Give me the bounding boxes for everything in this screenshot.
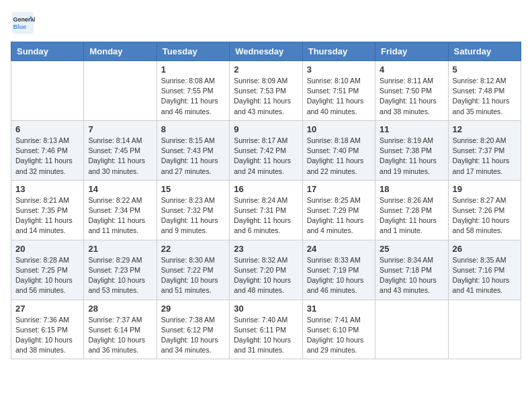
calendar-cell: 7Sunrise: 8:14 AM Sunset: 7:45 PM Daylig… bbox=[84, 120, 157, 180]
calendar-cell: 8Sunrise: 8:15 AM Sunset: 7:43 PM Daylig… bbox=[157, 120, 229, 180]
day-number: 26 bbox=[453, 244, 517, 254]
day-number: 25 bbox=[380, 244, 443, 254]
day-info: Sunrise: 8:34 AM Sunset: 7:18 PM Dayligh… bbox=[380, 255, 443, 296]
day-number: 27 bbox=[15, 304, 79, 314]
calendar-cell bbox=[375, 300, 448, 359]
day-info: Sunrise: 8:24 AM Sunset: 7:31 PM Dayligh… bbox=[234, 195, 298, 236]
day-info: Sunrise: 8:23 AM Sunset: 7:32 PM Dayligh… bbox=[161, 195, 225, 236]
day-info: Sunrise: 8:09 AM Sunset: 7:53 PM Dayligh… bbox=[234, 76, 298, 117]
calendar-body: 1Sunrise: 8:08 AM Sunset: 7:55 PM Daylig… bbox=[11, 61, 521, 359]
day-info: Sunrise: 8:14 AM Sunset: 7:45 PM Dayligh… bbox=[88, 136, 152, 177]
day-number: 14 bbox=[88, 184, 152, 194]
calendar-cell: 1Sunrise: 8:08 AM Sunset: 7:55 PM Daylig… bbox=[157, 61, 229, 121]
day-info: Sunrise: 8:30 AM Sunset: 7:22 PM Dayligh… bbox=[161, 255, 225, 296]
day-info: Sunrise: 8:22 AM Sunset: 7:34 PM Dayligh… bbox=[88, 195, 152, 236]
day-number: 7 bbox=[88, 124, 152, 134]
calendar-cell: 22Sunrise: 8:30 AM Sunset: 7:22 PM Dayli… bbox=[157, 240, 229, 300]
day-info: Sunrise: 8:25 AM Sunset: 7:29 PM Dayligh… bbox=[307, 195, 371, 236]
day-number: 1 bbox=[161, 64, 225, 75]
calendar-cell: 16Sunrise: 8:24 AM Sunset: 7:31 PM Dayli… bbox=[230, 180, 302, 240]
calendar-header-row: SundayMondayTuesdayWednesdayThursdayFrid… bbox=[11, 42, 521, 61]
calendar-cell: 23Sunrise: 8:32 AM Sunset: 7:20 PM Dayli… bbox=[230, 240, 302, 300]
day-info: Sunrise: 8:29 AM Sunset: 7:23 PM Dayligh… bbox=[88, 255, 152, 296]
calendar-cell: 17Sunrise: 8:25 AM Sunset: 7:29 PM Dayli… bbox=[302, 180, 375, 240]
day-info: Sunrise: 8:15 AM Sunset: 7:43 PM Dayligh… bbox=[161, 136, 225, 177]
day-number: 17 bbox=[307, 184, 371, 194]
day-number: 16 bbox=[234, 184, 298, 194]
weekday-header-wednesday: Wednesday bbox=[230, 42, 302, 61]
calendar-cell: 3Sunrise: 8:10 AM Sunset: 7:51 PM Daylig… bbox=[302, 61, 375, 121]
calendar-cell: 20Sunrise: 8:28 AM Sunset: 7:25 PM Dayli… bbox=[11, 240, 84, 300]
day-number: 19 bbox=[453, 184, 517, 194]
day-info: Sunrise: 8:13 AM Sunset: 7:46 PM Dayligh… bbox=[15, 136, 79, 177]
day-info: Sunrise: 8:20 AM Sunset: 7:37 PM Dayligh… bbox=[453, 136, 517, 177]
day-number: 20 bbox=[15, 244, 79, 254]
day-info: Sunrise: 7:40 AM Sunset: 6:11 PM Dayligh… bbox=[234, 315, 298, 356]
day-number: 11 bbox=[380, 124, 443, 134]
calendar-cell: 4Sunrise: 8:11 AM Sunset: 7:50 PM Daylig… bbox=[375, 61, 448, 121]
day-number: 15 bbox=[161, 184, 225, 194]
day-info: Sunrise: 8:26 AM Sunset: 7:28 PM Dayligh… bbox=[380, 195, 443, 236]
day-number: 21 bbox=[88, 244, 152, 254]
logo: General Blue bbox=[11, 11, 39, 35]
calendar-cell: 28Sunrise: 7:37 AM Sunset: 6:14 PM Dayli… bbox=[84, 300, 157, 359]
calendar-cell: 24Sunrise: 8:33 AM Sunset: 7:19 PM Dayli… bbox=[302, 240, 375, 300]
day-number: 8 bbox=[161, 124, 225, 134]
day-info: Sunrise: 7:36 AM Sunset: 6:15 PM Dayligh… bbox=[15, 315, 79, 356]
weekday-header-friday: Friday bbox=[375, 42, 448, 61]
calendar-week-4: 20Sunrise: 8:28 AM Sunset: 7:25 PM Dayli… bbox=[11, 240, 521, 300]
day-number: 28 bbox=[88, 304, 152, 314]
day-info: Sunrise: 8:33 AM Sunset: 7:19 PM Dayligh… bbox=[307, 255, 371, 296]
day-number: 5 bbox=[453, 64, 517, 75]
weekday-header-sunday: Sunday bbox=[11, 42, 84, 61]
day-info: Sunrise: 8:28 AM Sunset: 7:25 PM Dayligh… bbox=[15, 255, 79, 296]
day-info: Sunrise: 8:19 AM Sunset: 7:38 PM Dayligh… bbox=[380, 136, 443, 177]
day-number: 30 bbox=[234, 304, 298, 314]
day-info: Sunrise: 8:17 AM Sunset: 7:42 PM Dayligh… bbox=[234, 136, 298, 177]
calendar-cell: 26Sunrise: 8:35 AM Sunset: 7:16 PM Dayli… bbox=[448, 240, 521, 300]
calendar-cell: 10Sunrise: 8:18 AM Sunset: 7:40 PM Dayli… bbox=[302, 120, 375, 180]
calendar-cell: 25Sunrise: 8:34 AM Sunset: 7:18 PM Dayli… bbox=[375, 240, 448, 300]
calendar-cell: 2Sunrise: 8:09 AM Sunset: 7:53 PM Daylig… bbox=[230, 61, 302, 121]
day-number: 10 bbox=[307, 124, 371, 134]
calendar-cell: 13Sunrise: 8:21 AM Sunset: 7:35 PM Dayli… bbox=[11, 180, 84, 240]
day-info: Sunrise: 8:21 AM Sunset: 7:35 PM Dayligh… bbox=[15, 195, 79, 236]
day-info: Sunrise: 8:35 AM Sunset: 7:16 PM Dayligh… bbox=[453, 255, 517, 296]
calendar-table: SundayMondayTuesdayWednesdayThursdayFrid… bbox=[11, 42, 521, 359]
day-number: 22 bbox=[161, 244, 225, 254]
calendar-week-3: 13Sunrise: 8:21 AM Sunset: 7:35 PM Dayli… bbox=[11, 180, 521, 240]
day-number: 23 bbox=[234, 244, 298, 254]
calendar-week-1: 1Sunrise: 8:08 AM Sunset: 7:55 PM Daylig… bbox=[11, 61, 521, 121]
calendar-cell: 18Sunrise: 8:26 AM Sunset: 7:28 PM Dayli… bbox=[375, 180, 448, 240]
calendar-cell: 31Sunrise: 7:41 AM Sunset: 6:10 PM Dayli… bbox=[302, 300, 375, 359]
calendar-cell: 9Sunrise: 8:17 AM Sunset: 7:42 PM Daylig… bbox=[230, 120, 302, 180]
calendar-cell: 11Sunrise: 8:19 AM Sunset: 7:38 PM Dayli… bbox=[375, 120, 448, 180]
day-number: 13 bbox=[15, 184, 79, 194]
day-info: Sunrise: 7:41 AM Sunset: 6:10 PM Dayligh… bbox=[307, 315, 371, 356]
day-info: Sunrise: 8:12 AM Sunset: 7:48 PM Dayligh… bbox=[453, 76, 517, 117]
calendar-cell bbox=[448, 300, 521, 359]
calendar-cell: 6Sunrise: 8:13 AM Sunset: 7:46 PM Daylig… bbox=[11, 120, 84, 180]
calendar-cell: 19Sunrise: 8:27 AM Sunset: 7:26 PM Dayli… bbox=[448, 180, 521, 240]
weekday-header-thursday: Thursday bbox=[302, 42, 375, 61]
page-header: General Blue bbox=[11, 11, 521, 35]
day-info: Sunrise: 8:18 AM Sunset: 7:40 PM Dayligh… bbox=[307, 136, 371, 177]
day-number: 9 bbox=[234, 124, 298, 134]
calendar-cell: 30Sunrise: 7:40 AM Sunset: 6:11 PM Dayli… bbox=[230, 300, 302, 359]
day-info: Sunrise: 8:08 AM Sunset: 7:55 PM Dayligh… bbox=[161, 76, 225, 117]
calendar-cell: 15Sunrise: 8:23 AM Sunset: 7:32 PM Dayli… bbox=[157, 180, 229, 240]
day-info: Sunrise: 8:11 AM Sunset: 7:50 PM Dayligh… bbox=[380, 76, 443, 117]
weekday-header-saturday: Saturday bbox=[448, 42, 521, 61]
weekday-header-tuesday: Tuesday bbox=[157, 42, 229, 61]
day-info: Sunrise: 7:37 AM Sunset: 6:14 PM Dayligh… bbox=[88, 315, 152, 356]
calendar-cell: 29Sunrise: 7:38 AM Sunset: 6:12 PM Dayli… bbox=[157, 300, 229, 359]
svg-text:Blue: Blue bbox=[13, 24, 27, 30]
day-info: Sunrise: 8:10 AM Sunset: 7:51 PM Dayligh… bbox=[307, 76, 371, 117]
day-info: Sunrise: 8:27 AM Sunset: 7:26 PM Dayligh… bbox=[453, 195, 517, 236]
calendar-week-2: 6Sunrise: 8:13 AM Sunset: 7:46 PM Daylig… bbox=[11, 120, 521, 180]
day-number: 2 bbox=[234, 64, 298, 75]
calendar-cell bbox=[84, 61, 157, 121]
calendar-week-5: 27Sunrise: 7:36 AM Sunset: 6:15 PM Dayli… bbox=[11, 300, 521, 359]
day-info: Sunrise: 7:38 AM Sunset: 6:12 PM Dayligh… bbox=[161, 315, 225, 356]
day-number: 18 bbox=[380, 184, 443, 194]
